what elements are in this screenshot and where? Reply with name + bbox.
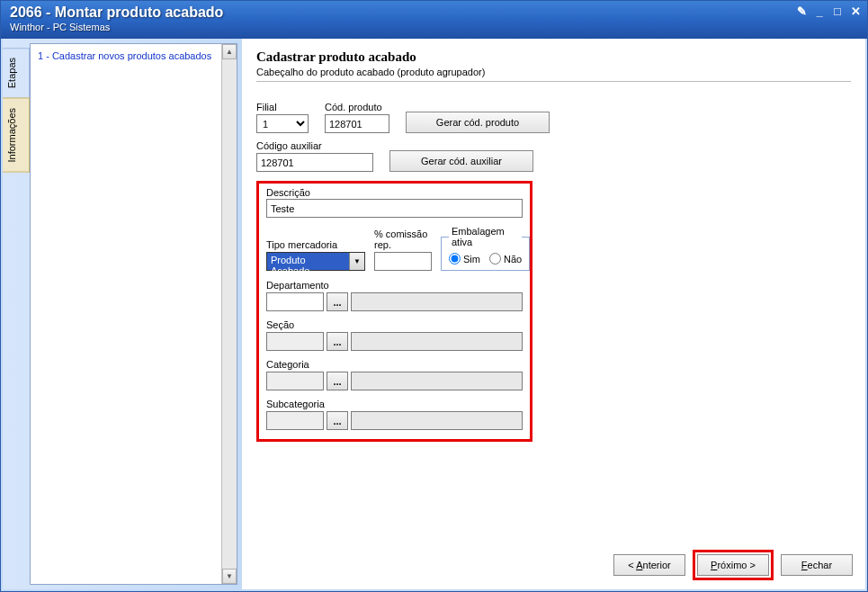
main-header: Cadastrar produto acabado Cabeçalho do p… [256, 49, 851, 82]
main-panel: Cadastrar produto acabado Cabeçalho do p… [242, 39, 865, 589]
secao-code-input[interactable] [266, 332, 324, 351]
scroll-down-icon[interactable]: ▼ [222, 569, 237, 584]
minimize-icon[interactable]: _ [813, 4, 826, 18]
titlebar: 2066 - Montar produto acabado Winthor - … [1, 1, 867, 39]
comissao-label: % comissão rep. [374, 229, 432, 250]
tree-panel: 1 - Cadastrar novos produtos acabados ▲ … [30, 43, 237, 585]
tab-informacoes[interactable]: Informações [3, 98, 30, 173]
tab-etapas[interactable]: Etapas [3, 48, 30, 98]
footer-buttons: < Anterior Próximo > Fechar [613, 550, 853, 580]
embalagem-legend: Embalagem ativa [449, 226, 522, 247]
secao-lookup-button[interactable]: ... [327, 332, 348, 351]
codproduto-input[interactable] [325, 114, 389, 133]
codauxiliar-input[interactable] [256, 153, 373, 172]
secao-desc [351, 332, 523, 351]
filial-select[interactable]: 1 [256, 114, 309, 133]
tree-item-cadastrar[interactable]: 1 - Cadastrar novos produtos acabados [31, 44, 237, 67]
descricao-input[interactable] [266, 199, 523, 218]
gerar-cod-auxiliar-button[interactable]: Gerar cód. auxiliar [389, 150, 533, 172]
page-title: Cadastrar produto acabado [256, 49, 851, 65]
sidebar-tabs: Etapas Informações [3, 39, 30, 589]
departamento-label: Departamento [266, 280, 523, 291]
chevron-down-icon[interactable]: ▼ [349, 253, 364, 270]
fechar-button[interactable]: Fechar [781, 554, 853, 576]
comissao-input[interactable] [374, 252, 432, 271]
embalagem-sim-option[interactable]: Sim [449, 253, 480, 265]
window-title: 2066 - Montar produto acabado [10, 4, 858, 21]
subcategoria-desc [351, 411, 523, 430]
codproduto-label: Cód. produto [325, 102, 389, 112]
close-icon[interactable]: ✕ [849, 4, 862, 18]
subcategoria-code-input[interactable] [266, 411, 324, 430]
tipomercadoria-label: Tipo mercadoria [266, 239, 365, 250]
proximo-button[interactable]: Próximo > [697, 554, 769, 576]
descricao-label: Descrição [266, 187, 523, 198]
embalagem-fieldset: Embalagem ativa Sim Não [441, 226, 530, 271]
embalagem-nao-option[interactable]: Não [489, 253, 522, 265]
page-subtitle: Cabeçalho do produto acabado (produto ag… [256, 67, 851, 77]
form-area: Filial 1 Cód. produto Gerar cód. produto… [256, 102, 851, 442]
categoria-lookup-button[interactable]: ... [327, 372, 348, 390]
categoria-label: Categoria [266, 359, 523, 370]
tipomercadoria-select[interactable]: Produto Acabado ▼ [266, 252, 365, 271]
proximo-highlight: Próximo > [693, 550, 774, 580]
tipomercadoria-value: Produto Acabado [267, 253, 349, 270]
secao-label: Seção [266, 319, 523, 330]
filial-label: Filial [256, 102, 309, 112]
embalagem-nao-label: Não [504, 254, 522, 265]
body: Etapas Informações 1 - Cadastrar novos p… [1, 39, 867, 591]
highlight-box: Descrição Tipo mercadoria Produto Acabad… [256, 181, 532, 442]
tree-scrollbar[interactable]: ▲ ▼ [221, 44, 237, 584]
app-window: 2066 - Montar produto acabado Winthor - … [0, 0, 868, 592]
window-controls: ✎ _ □ ✕ [795, 4, 862, 18]
divider [256, 81, 851, 82]
edit-icon[interactable]: ✎ [795, 4, 808, 18]
scroll-up-icon[interactable]: ▲ [222, 44, 237, 59]
sidebar: Etapas Informações 1 - Cadastrar novos p… [3, 39, 242, 589]
anterior-button[interactable]: < Anterior [613, 554, 685, 576]
departamento-code-input[interactable] [266, 292, 324, 311]
embalagem-sim-radio[interactable] [449, 253, 461, 265]
codauxiliar-label: Código auxiliar [256, 140, 373, 151]
categoria-code-input[interactable] [266, 372, 324, 390]
departamento-desc [351, 292, 523, 311]
departamento-lookup-button[interactable]: ... [327, 292, 348, 311]
gerar-cod-produto-button[interactable]: Gerar cód. produto [406, 112, 550, 133]
subcategoria-lookup-button[interactable]: ... [327, 411, 348, 430]
maximize-icon[interactable]: □ [831, 4, 844, 18]
categoria-desc [351, 372, 523, 390]
embalagem-nao-radio[interactable] [489, 253, 501, 265]
embalagem-sim-label: Sim [463, 254, 480, 265]
subcategoria-label: Subcategoria [266, 399, 523, 409]
window-subtitle: Winthor - PC Sistemas [10, 22, 858, 32]
